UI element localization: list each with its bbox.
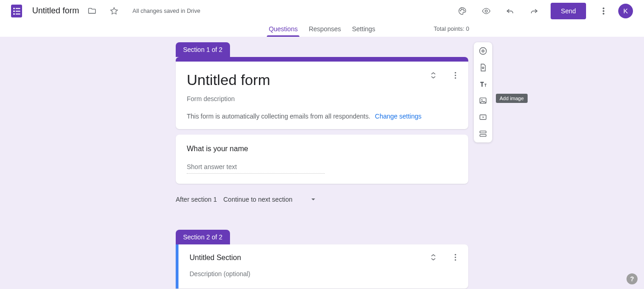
add-section-icon[interactable] bbox=[474, 128, 492, 140]
form-canvas: Section 1 of 2 Untitled form Form descri… bbox=[176, 42, 468, 289]
svg-point-23 bbox=[481, 99, 483, 101]
header-top-row: Untitled form All changes saved in Drive… bbox=[0, 0, 644, 22]
help-button[interactable]: ? bbox=[627, 273, 638, 284]
form-title-card[interactable]: Untitled form Form description This form… bbox=[176, 57, 468, 129]
svg-point-19 bbox=[455, 257, 456, 258]
svg-rect-1 bbox=[13, 8, 15, 9]
svg-point-11 bbox=[485, 10, 488, 12]
tab-responses[interactable]: Responses bbox=[303, 22, 346, 36]
add-image-icon[interactable] bbox=[474, 95, 492, 107]
svg-point-10 bbox=[464, 10, 465, 11]
undo-icon[interactable] bbox=[501, 2, 519, 20]
section-more-icon[interactable] bbox=[450, 252, 461, 263]
svg-rect-4 bbox=[16, 11, 20, 11]
forms-app-logo[interactable] bbox=[7, 2, 26, 20]
save-status-text: All changes saved in Drive bbox=[132, 8, 200, 14]
svg-point-16 bbox=[455, 75, 456, 76]
customize-theme-icon[interactable] bbox=[453, 2, 472, 20]
svg-point-13 bbox=[603, 10, 604, 11]
collapse-section-icon[interactable] bbox=[428, 70, 439, 81]
svg-point-14 bbox=[603, 13, 604, 14]
svg-point-18 bbox=[455, 254, 456, 255]
chevron-down-icon bbox=[311, 197, 316, 202]
add-video-icon[interactable] bbox=[474, 111, 492, 123]
svg-point-9 bbox=[463, 9, 464, 10]
form-description-input[interactable]: Form description bbox=[187, 95, 457, 102]
svg-rect-26 bbox=[480, 135, 486, 136]
section-more-icon[interactable] bbox=[450, 70, 461, 81]
svg-point-15 bbox=[455, 72, 456, 74]
svg-point-17 bbox=[455, 77, 456, 79]
section-2-badge: Section 2 of 2 bbox=[176, 230, 230, 244]
section-2-title-card[interactable]: Untitled Section Description (optional) bbox=[176, 244, 468, 289]
svg-point-7 bbox=[460, 10, 461, 11]
tab-settings[interactable]: Settings bbox=[346, 22, 381, 36]
svg-rect-5 bbox=[13, 13, 15, 15]
svg-point-12 bbox=[603, 7, 604, 9]
tab-row: Questions Responses Settings Total point… bbox=[0, 22, 644, 36]
question-card-1[interactable]: What is your name Short answer text bbox=[176, 135, 468, 184]
add-image-tooltip: Add image bbox=[496, 94, 528, 103]
svg-point-20 bbox=[455, 259, 456, 261]
svg-rect-25 bbox=[480, 131, 486, 133]
after-section-value: Continue to next section bbox=[224, 196, 293, 203]
total-points-label: Total points: 0 bbox=[434, 26, 469, 32]
tab-questions[interactable]: Questions bbox=[263, 22, 303, 36]
email-collect-info: This form is automatically collecting em… bbox=[187, 113, 457, 120]
preview-icon[interactable] bbox=[477, 2, 495, 20]
svg-rect-3 bbox=[13, 11, 15, 12]
account-avatar[interactable]: K bbox=[618, 4, 633, 18]
floating-toolbar bbox=[474, 42, 492, 142]
import-questions-icon[interactable] bbox=[474, 62, 492, 74]
svg-rect-6 bbox=[16, 13, 20, 14]
move-to-folder-icon[interactable] bbox=[83, 2, 101, 20]
title-card-actions bbox=[428, 70, 461, 81]
section-2-description[interactable]: Description (optional) bbox=[190, 270, 457, 278]
section2-card-actions bbox=[428, 252, 461, 263]
change-settings-link[interactable]: Change settings bbox=[375, 113, 421, 120]
header-right-actions: Send K bbox=[449, 2, 637, 20]
document-title[interactable]: Untitled form bbox=[32, 6, 79, 16]
question-title[interactable]: What is your name bbox=[187, 145, 457, 153]
after-section-row: After section 1 Continue to next section bbox=[176, 193, 468, 206]
more-options-icon[interactable] bbox=[594, 2, 613, 20]
section-1-badge: Section 1 of 2 bbox=[176, 42, 230, 57]
add-question-icon[interactable] bbox=[474, 45, 492, 57]
collapse-section-icon[interactable] bbox=[428, 252, 439, 263]
svg-rect-2 bbox=[16, 8, 20, 9]
star-icon[interactable] bbox=[105, 2, 123, 20]
after-section-select[interactable]: Continue to next section bbox=[224, 193, 316, 206]
add-title-icon[interactable] bbox=[474, 78, 492, 90]
svg-point-8 bbox=[461, 9, 462, 10]
section-2-title[interactable]: Untitled Section bbox=[190, 254, 457, 262]
form-canvas-area: Section 1 of 2 Untitled form Form descri… bbox=[0, 37, 644, 289]
section-2-wrap: Section 2 of 2 Untitled Section Descript… bbox=[176, 230, 468, 289]
after-section-label: After section 1 bbox=[176, 196, 217, 203]
email-collect-text: This form is automatically collecting em… bbox=[187, 113, 370, 120]
header-bar: Untitled form All changes saved in Drive… bbox=[0, 0, 644, 37]
form-title-input[interactable]: Untitled form bbox=[187, 72, 457, 89]
short-answer-placeholder: Short answer text bbox=[187, 163, 325, 174]
redo-icon[interactable] bbox=[525, 2, 543, 20]
send-button[interactable]: Send bbox=[551, 3, 586, 19]
